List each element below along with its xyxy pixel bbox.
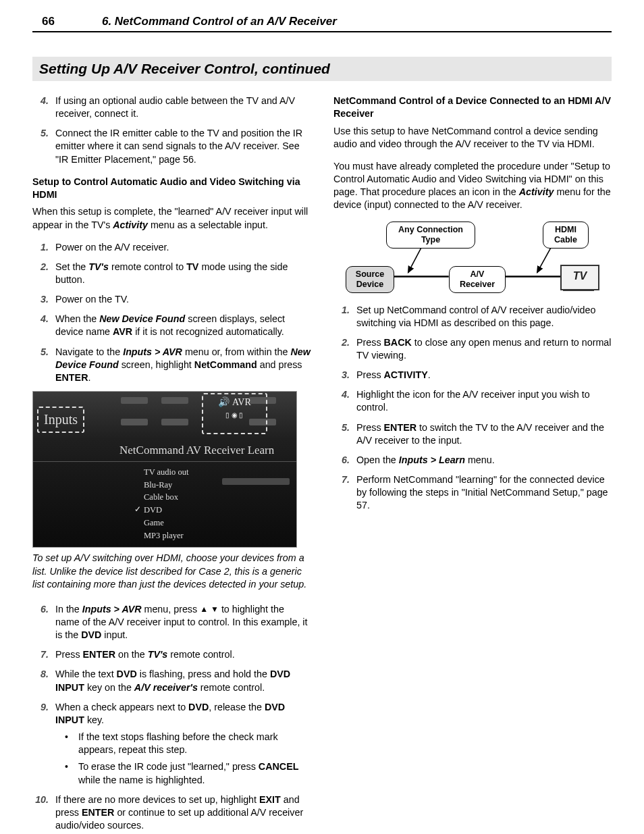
step-body: If using an optional audio cable between… (55, 95, 295, 119)
left-column: 4.If using an optional audio cable betwe… (32, 95, 311, 834)
step-number: 3. (333, 369, 350, 382)
text-run: screen, highlight (119, 359, 194, 370)
text-bold: Activity (113, 219, 148, 230)
step-body: Power on the TV. (55, 294, 129, 305)
text-run: Open the (356, 454, 399, 465)
text-run: remote control to (109, 261, 186, 272)
text-run: is flashing, press and hold the (137, 669, 270, 679)
step-number: 7. (333, 473, 350, 486)
text-run: remote control. (167, 649, 234, 660)
right-para-2: You must have already completed the proc… (333, 160, 612, 212)
text-run: Power on the A/V receiver. (55, 242, 169, 253)
text-run: In the (55, 604, 82, 615)
step-number: 6. (333, 454, 350, 467)
list-item: 5.Press ENTER to switch the TV to the A/… (333, 421, 612, 447)
text-run: Set up NetCommand control of A/V receive… (356, 305, 595, 328)
section-title: Setting Up A/V Receiver Control, continu… (32, 57, 612, 81)
speaker-row: ▯ ◉ ▯ (218, 411, 251, 419)
step-body: Power on the A/V receiver. (55, 242, 169, 253)
text-run: while the name is highlighted. (78, 775, 205, 785)
step-body: While the text DVD is flashing, press an… (55, 669, 290, 692)
step-body: Open the Inputs > Learn menu. (356, 454, 495, 465)
step-body: Highlight the icon for the A/V receiver … (356, 389, 590, 413)
diagram-av-receiver: A/V Receiver (449, 266, 506, 293)
screenshot-list-item: TV audio out (134, 466, 188, 479)
step-number: 2. (32, 261, 49, 273)
list-item: 8.While the text DVD is flashing, press … (32, 668, 311, 694)
screenshot-body: TV audio outBlu-RayCable boxDVDGameMP3 p… (33, 462, 296, 548)
text-run: EXIT (259, 794, 281, 805)
step-number: 7. (32, 648, 49, 661)
list-item: 4.If using an optional audio cable betwe… (32, 95, 311, 120)
text-run: ▼ (211, 604, 219, 614)
text-run: While the text (55, 669, 117, 679)
screenshot-caption: To set up A/V switching over HDMI, choos… (32, 552, 311, 590)
audio-icon: 🔊 (218, 396, 230, 409)
content-columns: 4.If using an optional audio cable betwe… (32, 95, 612, 834)
text-run: menu. (465, 454, 495, 465)
text-run: Set the (55, 261, 88, 272)
step-body: Set the TV's remote control to TV mode u… (55, 261, 288, 285)
text-run: TV's (88, 261, 109, 272)
list-item: 1.Power on the A/V receiver. (32, 241, 311, 254)
text-run: on the (115, 649, 148, 660)
step-number: 4. (32, 313, 49, 325)
step-number: 10. (32, 793, 49, 806)
left-steps-a: 1.Power on the A/V receiver.2.Set the TV… (32, 241, 311, 384)
text-run: When a check appears next to (55, 702, 188, 712)
step-body: Press BACK to close any open menus and r… (356, 337, 612, 361)
text-run: ENTER (384, 422, 417, 433)
text-run: Press (356, 422, 384, 433)
text-run: menu or, from within the (182, 346, 291, 357)
text-run: When the (55, 313, 99, 324)
text-run: If the text stops flashing before the ch… (78, 731, 278, 755)
screenshot-panel-title: NetCommand AV Receiver Learn (33, 439, 296, 462)
svg-line-0 (408, 246, 423, 272)
text-run: NetCommand (194, 359, 257, 370)
list-item: 3.Press ACTIVITY. (333, 369, 612, 382)
text-run: key on the (84, 682, 134, 693)
step-number: 8. (32, 668, 49, 681)
text-run: menu, press (142, 604, 200, 615)
text-run: Inputs > AVR (82, 604, 142, 615)
text-run: . (428, 369, 431, 380)
step-number: 1. (32, 241, 49, 254)
screenshot-list-item: DVD (134, 504, 188, 517)
diagram-source-device: Source Device (346, 266, 394, 293)
list-item: 10.If there are no more devices to set u… (32, 793, 311, 832)
list-item: 4.When the New Device Found screen displ… (32, 313, 311, 338)
step-number: 2. (333, 336, 350, 349)
step-body: When a check appears next to DVD, releas… (55, 702, 285, 725)
text-run: CANCEL (259, 761, 299, 772)
list-item: 7.Press ENTER on the TV's remote control… (32, 648, 311, 661)
step-body: Press ENTER to switch the TV to the A/V … (356, 422, 604, 446)
text-run: Power on the TV. (55, 294, 129, 305)
step-body: Navigate to the Inputs > AVR menu or, fr… (55, 346, 311, 383)
step-number: 5. (333, 421, 350, 434)
list-item: 3.Power on the TV. (32, 293, 311, 306)
list-item: 5.Navigate to the Inputs > AVR menu or, … (32, 346, 311, 384)
text-run: Inputs > AVR (123, 346, 182, 357)
list-item: 6.Open the Inputs > Learn menu. (333, 454, 612, 467)
sub-bullet: To erase the IR code just "learned," pre… (55, 760, 311, 786)
text-run: DVD (117, 669, 137, 679)
text-run: Navigate to the (55, 346, 123, 357)
text-run: AVR (113, 326, 132, 337)
text-run: remote control. (198, 682, 265, 693)
right-para-1: Use this setup to have NetCommand contro… (333, 125, 612, 151)
text-run: If there are no more devices to set up, … (55, 794, 259, 805)
step-number: 4. (333, 388, 350, 401)
step-body: Press ENTER on the TV's remote control. (55, 649, 235, 660)
text: menu as a selectable input. (148, 219, 268, 230)
list-item: 2.Press BACK to close any open menus and… (333, 336, 612, 362)
list-item: 9.When a check appears next to DVD, rele… (32, 701, 311, 787)
step-number: 5. (32, 127, 49, 140)
diagram-tv: TV (560, 265, 599, 290)
text-bold: Activity (519, 186, 554, 197)
chapter-title: 6. NetCommand Control of an A/V Receiver (102, 15, 337, 28)
text-run: If using an optional audio cable between… (55, 95, 295, 119)
screenshot-list-item: Cable box (134, 491, 188, 504)
text-run: Connect the IR emitter cable to the TV a… (55, 128, 302, 164)
text-run: ▲ (200, 604, 208, 614)
step-body: Connect the IR emitter cable to the TV a… (55, 128, 302, 164)
